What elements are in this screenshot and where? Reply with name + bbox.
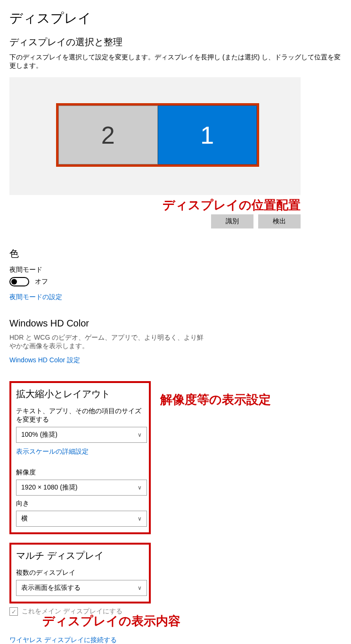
chevron-down-icon: ∨ [138,432,142,438]
hd-color-description: HDR と WCG のビデオ、ゲーム、アプリで、より明るく、より鮮やかな画像を表… [9,334,207,351]
resolution-value: 1920 × 1080 (推奨) [21,483,77,492]
arrangement-heading: ディスプレイの選択と整理 [9,36,342,49]
night-mode-label: 夜間モード [9,266,342,274]
detect-button[interactable]: 検出 [258,214,301,228]
color-heading: 色 [9,247,342,260]
advanced-scale-link[interactable]: 表示スケールの詳細設定 [16,448,89,456]
text-size-dropdown[interactable]: 100% (推奨) ∨ [16,427,147,443]
multiple-displays-label: 複数のディスプレイ [16,569,144,577]
hd-color-settings-link[interactable]: Windows HD Color 設定 [9,356,80,365]
annotation-box-arrangement: 2 1 [56,103,259,167]
chevron-down-icon: ∨ [138,515,142,522]
night-mode-toggle[interactable] [9,277,29,286]
chevron-down-icon: ∨ [138,484,142,491]
text-size-label: テキスト、アプリ、その他の項目のサイズを変更する [16,407,144,424]
night-mode-state: オフ [35,277,48,285]
annotation-arrangement-label: ディスプレイの位置配置 [9,197,301,213]
display-arrangement-area[interactable]: 2 1 [9,77,301,195]
hd-color-heading: Windows HD Color [9,318,342,329]
annotation-box-multi: マルチ ディスプレイ 複数のディスプレイ 表示画面を拡張する ∨ [9,543,151,603]
resolution-dropdown[interactable]: 1920 × 1080 (推奨) ∨ [16,480,147,496]
annotation-box-scale: 拡大縮小とレイアウト テキスト、アプリ、その他の項目のサイズを変更する 100%… [9,381,151,534]
identify-button[interactable]: 識別 [211,214,253,228]
arrangement-description: 下のディスプレイを選択して設定を変更します。ディスプレイを長押し (または選択)… [9,53,342,70]
multiple-displays-value: 表示画面を拡張する [21,584,81,592]
night-mode-settings-link[interactable]: 夜間モードの設定 [9,293,342,302]
annotation-multi-label: ディスプレイの表示内容 [42,613,342,629]
orientation-dropdown[interactable]: 横 ∨ [16,511,147,527]
resolution-label: 解像度 [16,468,144,477]
main-display-checkbox: ✓ [9,607,18,616]
annotation-resolution-label: 解像度等の表示設定 [160,391,271,408]
text-size-value: 100% (推奨) [21,431,57,439]
chevron-down-icon: ∨ [138,585,142,591]
multiple-displays-dropdown[interactable]: 表示画面を拡張する ∨ [16,580,147,596]
monitor-1-tile[interactable]: 1 [158,106,257,164]
wireless-display-link[interactable]: ワイヤレス ディスプレイに接続する [9,636,342,644]
orientation-label: 向き [16,499,144,508]
orientation-value: 横 [21,514,28,523]
multi-display-heading: マルチ ディスプレイ [16,549,144,562]
page-title: ディスプレイ [9,9,342,27]
monitor-2-tile[interactable]: 2 [58,106,158,164]
scale-heading: 拡大縮小とレイアウト [16,388,144,400]
